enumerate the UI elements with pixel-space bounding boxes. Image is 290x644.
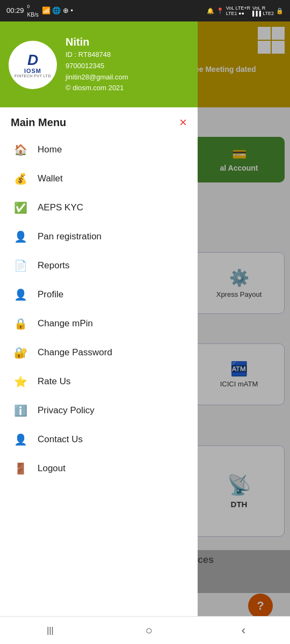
logo-diosm: IOSM xyxy=(24,68,41,74)
logo-fintech: FINTECH PVT LTD xyxy=(15,74,51,78)
privacy-icon: ℹ️ xyxy=(13,403,28,418)
time: 00:29 xyxy=(6,6,24,14)
password-icon: 🔐 xyxy=(13,345,28,360)
menu-item-wallet[interactable]: 💰 Wallet xyxy=(0,164,198,193)
profile-name: Nitin xyxy=(66,36,128,48)
logo-circle: D IOSM FINTECH PVT LTD xyxy=(9,41,57,89)
menu-item-rate[interactable]: ⭐ Rate Us xyxy=(0,367,198,396)
menu-label-reports: Reports xyxy=(38,260,70,271)
location-icon: 📍 xyxy=(216,8,224,14)
menu-item-pan[interactable]: 👤 Pan registration xyxy=(0,222,198,251)
aeps-icon: ✅ xyxy=(13,200,28,215)
menu-label-wallet: Wallet xyxy=(38,173,63,184)
menu-item-privacy[interactable]: ℹ️ Privacy Policy xyxy=(0,396,198,425)
menu-list: 🏠 Home 💰 Wallet ✅ AEPS KYC 👤 Pan registr… xyxy=(0,133,198,620)
menu-label-rate: Rate Us xyxy=(38,376,70,387)
status-right: 🔔 📍 VoL LTE+RLTE1 ●● VoL R▌▌▌LTE2 🔒 xyxy=(207,5,284,16)
menu-item-contact[interactable]: 👤 Contact Us xyxy=(0,425,198,454)
menu-label-password: Change Password xyxy=(38,347,112,358)
menu-label-privacy: Privacy Policy xyxy=(38,405,95,416)
signal-lte2: VoL R▌▌▌LTE2 xyxy=(252,5,274,16)
menu-label-pan: Pan registration xyxy=(38,231,102,242)
kbs-label: 0KB/s xyxy=(27,4,39,17)
nav-back-button[interactable]: ‹ xyxy=(231,619,256,642)
circle-icon: ○ xyxy=(146,624,153,637)
battery-icon: 🔒 xyxy=(276,8,284,14)
drawer-header: D IOSM FINTECH PVT LTD Nitin ID : RT8487… xyxy=(0,21,198,107)
profile-email: jinitin28@gmail.com xyxy=(66,72,128,83)
close-button[interactable]: × xyxy=(179,116,187,129)
menu-label-home: Home xyxy=(38,144,62,155)
menu-item-home[interactable]: 🏠 Home xyxy=(0,135,198,164)
main-menu-drawer: D IOSM FINTECH PVT LTD Nitin ID : RT8487… xyxy=(0,21,198,644)
back-icon: ‹ xyxy=(242,624,245,637)
menu-item-reports[interactable]: 📄 Reports xyxy=(0,251,198,280)
menu-title-row: Main Menu × xyxy=(0,107,198,133)
contact-icon: 👤 xyxy=(13,432,28,447)
bottom-nav: ⫼ ○ ‹ xyxy=(0,616,290,644)
mpin-icon: 🔒 xyxy=(13,316,28,331)
profile-phone: 9700012345 xyxy=(66,61,128,72)
wallet-icon: 💰 xyxy=(13,171,28,186)
nav-menu-button[interactable]: ⫼ xyxy=(34,619,67,642)
menu-label-profile: Profile xyxy=(38,289,63,300)
signal-icons: 📶 🌐 ⊕ • xyxy=(42,6,73,14)
menu-item-mpin[interactable]: 🔒 Change mPin xyxy=(0,309,198,338)
hamburger-icon: ⫼ xyxy=(45,624,56,637)
menu-label-mpin: Change mPin xyxy=(38,318,93,329)
logo-d: D xyxy=(27,53,38,68)
signal-lte1: VoL LTE+RLTE1 ●● xyxy=(226,5,250,16)
menu-item-password[interactable]: 🔐 Change Password xyxy=(0,338,198,367)
reports-icon: 📄 xyxy=(13,258,28,273)
profile-id: ID : RT848748 xyxy=(66,49,128,61)
menu-label-logout: Logout xyxy=(38,463,66,474)
logout-icon: 🚪 xyxy=(13,461,28,476)
status-bar: 00:29 0KB/s 📶 🌐 ⊕ • 🔔 📍 VoL LTE+RLTE1 ●●… xyxy=(0,0,290,21)
profile-info: Nitin ID : RT848748 9700012345 jinitin28… xyxy=(66,36,128,94)
menu-title: Main Menu xyxy=(11,116,66,129)
status-left: 00:29 0KB/s 📶 🌐 ⊕ • xyxy=(6,4,73,17)
menu-item-aeps[interactable]: ✅ AEPS KYC xyxy=(0,193,198,222)
profile-copyright: © diosm.com 2021 xyxy=(66,83,128,94)
nav-home-button[interactable]: ○ xyxy=(135,619,163,642)
menu-label-contact: Contact Us xyxy=(38,434,83,445)
logo-inner: D IOSM FINTECH PVT LTD xyxy=(15,53,51,78)
home-icon: 🏠 xyxy=(13,142,28,157)
volume-icon: 🔔 xyxy=(207,8,214,14)
menu-item-logout[interactable]: 🚪 Logout xyxy=(0,454,198,483)
profile-icon: 👤 xyxy=(13,287,28,302)
menu-item-profile[interactable]: 👤 Profile xyxy=(0,280,198,309)
rate-icon: ⭐ xyxy=(13,374,28,389)
pan-icon: 👤 xyxy=(13,229,28,244)
menu-label-aeps: AEPS KYC xyxy=(38,202,83,213)
